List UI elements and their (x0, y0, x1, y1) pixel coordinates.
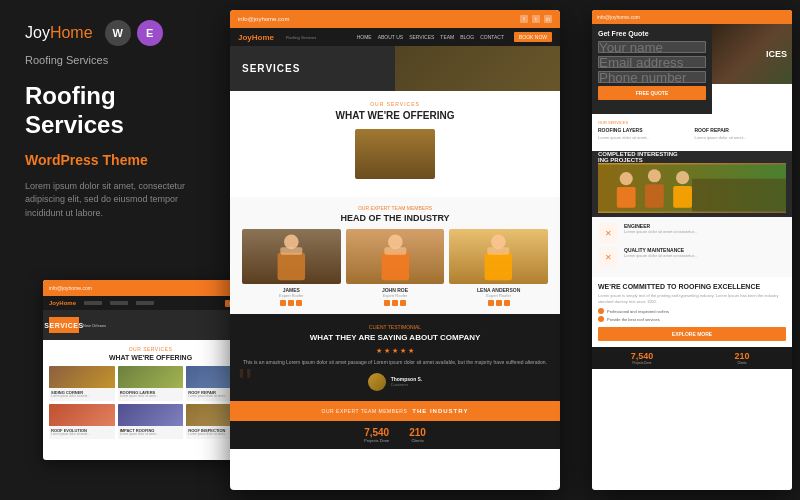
cp-nav-services[interactable]: SERVICES (409, 34, 434, 40)
wordpress-icon: W (105, 20, 131, 46)
left-panel: JoyHome W E Roofing Services Roofing Ser… (0, 0, 240, 500)
rp-hero: ICES (712, 24, 792, 84)
cp-nav-home[interactable]: HOME (357, 34, 372, 40)
rp-check-text-2: Provide the best roof services (607, 317, 660, 322)
rp-stat-num-1: 7,540 (594, 351, 690, 361)
cp-test-title: WHAT THEY ARE SAYING ABOUT COMPANY (242, 333, 548, 342)
cp-linkedin-icon[interactable]: in (544, 15, 552, 23)
sp-card-body-5: IMPACT ROOFING Lorem ipsum dolor sit ame… (118, 426, 184, 439)
rp-form-title: Get Free Quote (598, 30, 706, 37)
rp-header-text: info@joyhome.com (597, 14, 640, 20)
rp-input-email[interactable] (598, 56, 706, 68)
cp-stat-1: 7,540 Projects Done (364, 427, 389, 443)
rp-form-btn[interactable]: FREE QUOTE (598, 86, 706, 100)
cp-team-tw-1[interactable] (288, 300, 294, 306)
rp-stat-1: 7,540 Projects Done (592, 347, 692, 369)
rp-check-icon-1 (598, 308, 604, 314)
rp-input-phone[interactable] (598, 71, 706, 83)
rp-service-title-2: ROOF REPAIR (695, 127, 787, 133)
cp-team-role-2: Expert Roofer (346, 293, 445, 298)
rp-header: info@joyhome.com (592, 10, 792, 24)
cp-team-tw-2[interactable] (392, 300, 398, 306)
cp-team-ln-3[interactable] (504, 300, 510, 306)
sp-card-img-1 (49, 366, 115, 388)
svg-rect-11 (617, 187, 636, 208)
sp-hero-bg: SERVICES (49, 317, 79, 333)
rp-input-name[interactable] (598, 41, 706, 53)
cp-stat-label-2: Clients (409, 438, 426, 443)
cp-book-btn[interactable]: BOOK NOW (514, 32, 552, 42)
rp-completed-section: COMPLETED INTERESTING ING PROJECTS (592, 151, 792, 217)
cp-nav-team[interactable]: TEAM (440, 34, 454, 40)
cp-nav-blog[interactable]: BLOG (460, 34, 474, 40)
rp-feature-text-2: Lorem ipsum dolor sit amet consectetur..… (624, 253, 786, 258)
svg-rect-4 (381, 253, 409, 281)
cp-team-tw-3[interactable] (496, 300, 502, 306)
rp-stat-label-2: Clients (694, 361, 790, 365)
rp-service-item-1: ROOFING LAYERS Lorem ipsum dolor sit ame… (598, 127, 690, 140)
rp-explore-btn[interactable]: EXPLORE MORE (598, 327, 786, 341)
sp-breadcrumb-text: New Orleans (83, 323, 106, 328)
cp-test-role: Customer (391, 382, 423, 387)
person-silhouette-2 (346, 229, 445, 284)
cp-nav-contact[interactable]: CONTACT (480, 34, 504, 40)
sp-card-text-4: Lorem ipsum dolor sit amet... (51, 433, 113, 437)
star-4: ★ (400, 347, 406, 355)
star-2: ★ (384, 347, 390, 355)
elementor-icon: E (137, 20, 163, 46)
svg-point-6 (491, 235, 506, 250)
sp-logo: JoyHome (49, 300, 76, 306)
rp-check-item-2: Provide the best roof services (598, 316, 786, 322)
rp-hero-title: ICES (766, 49, 787, 59)
cp-hero-bg (395, 46, 560, 91)
sp-hero: SERVICES New Orleans (43, 310, 258, 340)
cp-team-role-3: Expert Roofer (449, 293, 548, 298)
sp-header: info@joyhome.com (43, 280, 258, 296)
cp-social-icons: f t in (520, 15, 552, 23)
cp-nav: JoyHome Roofing Services HOME ABOUT US S… (230, 28, 560, 46)
cp-team-fb-2[interactable] (384, 300, 390, 306)
svg-rect-1 (278, 253, 306, 281)
cp-hero: SERVICES (230, 46, 560, 91)
sp-content: OUR SERVICES WHAT WE'RE OFFERING SIDING … (43, 340, 258, 445)
rp-feature-row-1: ✕ ENGINEER Lorem ipsum dolor sit amet co… (598, 223, 786, 243)
theme-badge: WordPress Theme (25, 152, 215, 168)
rp-stat-2: 210 Clients (692, 347, 792, 369)
star-5: ★ (408, 347, 414, 355)
sp-card-body-1: SIDING CORNER Lorem ipsum dolor sit amet… (49, 388, 115, 401)
rp-check-item-1: Professional and respected roofers (598, 308, 786, 314)
sp-card-2: ROOFING LAYERS Lorem ipsum dolor sit ame… (118, 366, 184, 401)
person-silhouette-1 (242, 229, 341, 284)
cp-team-fb-1[interactable] (280, 300, 286, 306)
cp-stat-label-1: Projects Done (364, 438, 389, 443)
rp-check-text-1: Professional and respected roofers (607, 309, 669, 314)
center-preview: info@joyhome.com f t in JoyHome Roofing … (230, 10, 560, 490)
cp-avatar-img (368, 373, 386, 391)
rp-workers-img (598, 163, 786, 213)
sp-card-img-4 (49, 404, 115, 426)
description-text: Lorem ipsum dolor sit amet, consectetur … (25, 180, 215, 221)
cp-team-photo-1 (242, 229, 341, 284)
cp-facebook-icon[interactable]: f (520, 15, 528, 23)
theme-suffix: Theme (103, 152, 148, 168)
rp-service-title-1: ROOFING LAYERS (598, 127, 690, 133)
cp-nav-about[interactable]: ABOUT US (378, 34, 403, 40)
cp-footer-label: OUR EXPERT TEAM MEMBERS (322, 408, 408, 414)
cp-team-fb-3[interactable] (488, 300, 494, 306)
theme-label: WordPress (25, 152, 99, 168)
rp-feature-content-1: ENGINEER Lorem ipsum dolor sit amet cons… (624, 223, 786, 234)
rp-feature-text-1: Lorem ipsum dolor sit amet consectetur..… (624, 229, 786, 234)
svg-point-0 (284, 235, 299, 250)
sp-card-body-2: ROOFING LAYERS Lorem ipsum dolor sit ame… (118, 388, 184, 401)
logo-home: Home (50, 24, 93, 41)
cp-twitter-icon[interactable]: t (532, 15, 540, 23)
cp-team-ln-2[interactable] (400, 300, 406, 306)
cp-team-ln-1[interactable] (296, 300, 302, 306)
rp-excellence: ✕ ENGINEER Lorem ipsum dolor sit amet co… (592, 217, 792, 277)
cp-service-image (355, 129, 435, 179)
cp-team-photo-2 (346, 229, 445, 284)
cp-nav-items: HOME ABOUT US SERVICES TEAM BLOG CONTACT (357, 34, 504, 40)
cp-author-info: Thompson S. Customer (391, 376, 423, 387)
main-title: Roofing Services (25, 82, 215, 140)
rp-commitment-title: WE'RE COMMITTED TO ROOFING EXCELLENCE (598, 283, 786, 290)
